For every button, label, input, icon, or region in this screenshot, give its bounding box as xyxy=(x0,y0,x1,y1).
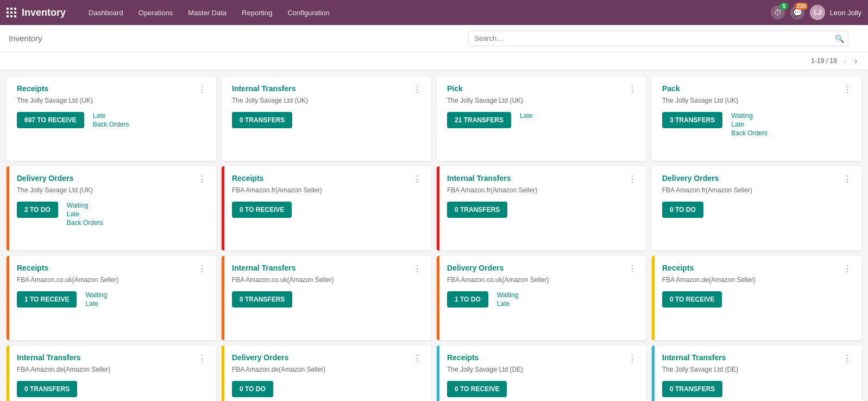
card-action-button[interactable]: 1 TO DO xyxy=(447,291,488,308)
card-subtitle: FBA Amazon.fr(Amazon Seller) xyxy=(662,186,854,194)
card-link[interactable]: Late xyxy=(497,300,519,308)
card-menu-icon[interactable]: ⋮ xyxy=(196,84,209,95)
card-link[interactable]: Late xyxy=(731,121,768,128)
card-body: 0 TRANSFERS xyxy=(17,381,209,397)
activity-badge[interactable]: ⏱ 5 xyxy=(771,5,785,20)
card-subtitle: FBA Amazon.fr(Amazon Seller) xyxy=(232,186,424,194)
card-menu-icon[interactable]: ⋮ xyxy=(841,174,854,184)
card-action-button[interactable]: 0 TO RECEIVE xyxy=(232,202,292,218)
nav-item-configuration[interactable]: Configuration xyxy=(281,5,336,20)
card-link[interactable]: Back Orders xyxy=(93,121,129,128)
card: Delivery Orders ⋮ FBA Amazon.co.uk(Amazo… xyxy=(437,256,646,340)
page-title: Inventory xyxy=(9,34,42,43)
card-link[interactable]: Late xyxy=(85,300,107,308)
card-action-button[interactable]: 0 TO DO xyxy=(662,202,703,218)
card-action-button[interactable]: 0 TO DO xyxy=(232,381,273,397)
card-title: Internal Transfers xyxy=(17,353,81,362)
nav-item-reporting[interactable]: Reporting xyxy=(235,5,279,20)
card-title: Internal Transfers xyxy=(232,84,296,93)
card-body: 697 TO RECEIVE LateBack Orders xyxy=(17,112,209,128)
card-link[interactable]: Late xyxy=(67,210,103,218)
card: Receipts ⋮ The Jolly Savage Ltd (UK) 697… xyxy=(7,77,216,161)
apps-grid-icon[interactable] xyxy=(7,8,16,17)
card-action-button[interactable]: 0 TO RECEIVE xyxy=(662,291,722,308)
nav-item-operations[interactable]: Operations xyxy=(132,5,180,20)
card-action-button[interactable]: 0 TRANSFERS xyxy=(17,381,77,397)
card-subtitle: The Jolly Savage Ltd (DE) xyxy=(447,366,639,373)
card-subtitle: FBA Amazon.de(Amazon Seller) xyxy=(662,276,854,284)
nav-item-masterdata[interactable]: Master Data xyxy=(181,5,233,20)
card-subtitle: FBA Amazon.co.uk(Amazon Seller) xyxy=(17,276,209,284)
card-menu-icon[interactable]: ⋮ xyxy=(411,174,424,184)
card-header: Internal Transfers ⋮ xyxy=(232,84,424,95)
card-menu-icon[interactable]: ⋮ xyxy=(196,264,209,274)
card-title: Pick xyxy=(447,84,463,93)
card-menu-icon[interactable]: ⋮ xyxy=(841,84,854,95)
pagination-label: 1-19 / 19 xyxy=(811,57,836,65)
card-link[interactable]: Back Orders xyxy=(731,129,768,137)
card: Pick ⋮ The Jolly Savage Ltd (UK) 21 TRAN… xyxy=(437,77,646,161)
card-menu-icon[interactable]: ⋮ xyxy=(411,353,424,364)
card-action-button[interactable]: 2 TO DO xyxy=(17,202,58,218)
card-body: 21 TRANSFERS Late xyxy=(447,112,639,128)
user-avatar: LJ xyxy=(810,5,825,20)
card-link[interactable]: Late xyxy=(520,112,532,120)
card-action-button[interactable]: 1 TO RECEIVE xyxy=(17,291,77,308)
card-subtitle: FBA Amazon.fr(Amazon Seller) xyxy=(447,186,639,194)
messages-badge[interactable]: 💬 230 xyxy=(790,5,804,20)
card-links: WaitingLateBack Orders xyxy=(67,202,103,227)
card-action-button[interactable]: 0 TRANSFERS xyxy=(232,291,292,308)
card: Internal Transfers ⋮ The Jolly Savage Lt… xyxy=(652,346,861,401)
pagination-next[interactable]: › xyxy=(852,55,859,66)
card-menu-icon[interactable]: ⋮ xyxy=(626,174,639,184)
card-header: Delivery Orders ⋮ xyxy=(17,174,209,184)
card-action-button[interactable]: 21 TRANSFERS xyxy=(447,112,511,128)
card-subtitle: FBA Amazon.de(Amazon Seller) xyxy=(17,366,209,373)
card-title: Receipts xyxy=(17,84,48,93)
card-menu-icon[interactable]: ⋮ xyxy=(626,264,639,274)
card-header: Pick ⋮ xyxy=(447,84,639,95)
card-action-button[interactable]: 0 TRANSFERS xyxy=(662,381,722,397)
card-header: Receipts ⋮ xyxy=(662,264,854,274)
card-link[interactable]: Waiting xyxy=(731,112,768,120)
card-menu-icon[interactable]: ⋮ xyxy=(411,264,424,274)
card-links: WaitingLateBack Orders xyxy=(731,112,768,137)
card-menu-icon[interactable]: ⋮ xyxy=(411,84,424,95)
card-link[interactable]: Waiting xyxy=(67,202,103,209)
card-menu-icon[interactable]: ⋮ xyxy=(196,353,209,364)
card-link[interactable]: Waiting xyxy=(85,291,107,299)
pagination-prev[interactable]: ‹ xyxy=(841,55,848,66)
card-action-button[interactable]: 0 TO RECEIVE xyxy=(447,381,507,397)
search-box: 🔍 xyxy=(468,30,848,46)
app-title[interactable]: Inventory xyxy=(22,7,66,18)
card-menu-icon[interactable]: ⋮ xyxy=(196,174,209,184)
card-title: Receipts xyxy=(447,353,479,362)
card-links: Late xyxy=(520,112,532,120)
card-header: Receipts ⋮ xyxy=(447,353,639,364)
search-input[interactable] xyxy=(468,30,848,46)
card-action-button[interactable]: 0 TRANSFERS xyxy=(232,112,292,128)
card-title: Internal Transfers xyxy=(232,264,296,272)
card-body: 0 TRANSFERS xyxy=(232,112,424,128)
card-header: Internal Transfers ⋮ xyxy=(17,353,209,364)
card-action-button[interactable]: 0 TRANSFERS xyxy=(447,202,507,218)
card-header: Internal Transfers ⋮ xyxy=(232,264,424,274)
card-link[interactable]: Waiting xyxy=(497,291,519,299)
card-link[interactable]: Back Orders xyxy=(67,219,103,227)
card: Receipts ⋮ FBA Amazon.de(Amazon Seller) … xyxy=(652,256,861,340)
card-menu-icon[interactable]: ⋮ xyxy=(841,264,854,274)
card-menu-icon[interactable]: ⋮ xyxy=(626,84,639,95)
user-menu[interactable]: LJ Leon Jolly xyxy=(810,5,861,20)
card-action-button[interactable]: 3 TRANSFERS xyxy=(662,112,722,128)
card-menu-icon[interactable]: ⋮ xyxy=(626,353,639,364)
card-header: Internal Transfers ⋮ xyxy=(662,353,854,364)
nav-item-dashboard[interactable]: Dashboard xyxy=(82,5,130,20)
card-body: 0 TO DO xyxy=(232,381,424,397)
card-title: Receipts xyxy=(662,264,694,272)
card-title: Internal Transfers xyxy=(447,174,511,183)
card-menu-icon[interactable]: ⋮ xyxy=(841,353,854,364)
card-action-button[interactable]: 697 TO RECEIVE xyxy=(17,112,84,128)
search-icon[interactable]: 🔍 xyxy=(835,34,844,43)
subheader: Inventory 🔍 xyxy=(0,25,868,52)
card-link[interactable]: Late xyxy=(93,112,129,120)
